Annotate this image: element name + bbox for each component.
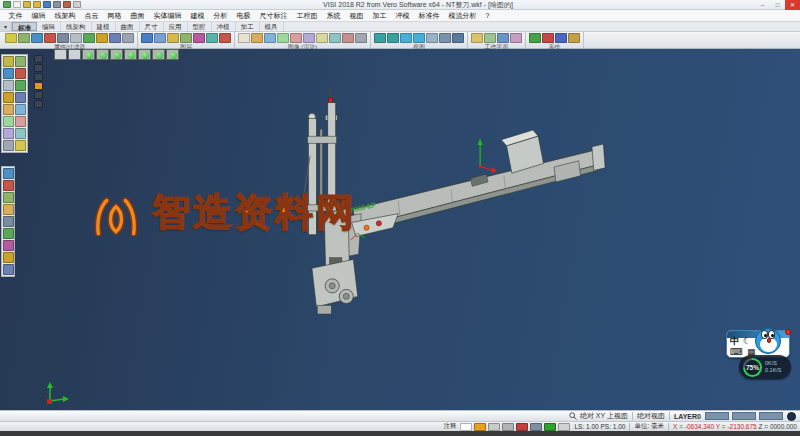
color-circle-icon[interactable] xyxy=(787,412,796,421)
quick-access-icon[interactable] xyxy=(23,1,31,8)
menu-item-17[interactable]: 模流分析 xyxy=(444,10,481,22)
toolbar-icon[interactable] xyxy=(471,33,483,43)
minimize-button[interactable]: – xyxy=(755,0,770,10)
status-icon[interactable] xyxy=(460,423,472,431)
toolbar-icon[interactable] xyxy=(167,33,179,43)
tab-7[interactable]: 型腔 xyxy=(188,22,212,31)
toolbar-icon[interactable] xyxy=(542,33,554,43)
menu-item-7[interactable]: 建模 xyxy=(186,10,209,22)
menu-item-18[interactable]: ? xyxy=(481,10,494,22)
menu-item-8[interactable]: 分析 xyxy=(209,10,232,22)
toolbar-icon[interactable] xyxy=(83,33,95,43)
toolbar-icon[interactable] xyxy=(44,33,56,43)
toolbar-icon[interactable] xyxy=(219,33,231,43)
color-swatch[interactable] xyxy=(705,412,729,420)
toolbar-icon[interactable] xyxy=(439,33,451,43)
color-swatch[interactable] xyxy=(732,412,756,420)
menu-item-6[interactable]: 实体编辑 xyxy=(149,10,186,22)
toolbar-icon[interactable] xyxy=(277,33,289,43)
toolbar-icon[interactable] xyxy=(96,33,108,43)
toolbar-icon[interactable] xyxy=(316,33,328,43)
toolbar-icon[interactable] xyxy=(355,33,367,43)
workplane-indicator[interactable]: 绝对 XY 上视图 xyxy=(580,411,628,421)
toolbar-icon[interactable] xyxy=(109,33,121,43)
tab-6[interactable]: 应用 xyxy=(164,22,188,31)
toolbar-icon[interactable] xyxy=(426,33,438,43)
tab-0[interactable]: 标准 xyxy=(12,22,37,31)
system-monitor-widget[interactable]: 75% 0K/S 0.1K/S xyxy=(739,355,791,379)
menu-item-3[interactable]: 点云 xyxy=(80,10,103,22)
quick-access-icon[interactable] xyxy=(3,1,11,8)
menu-item-10[interactable]: 尺寸标注 xyxy=(255,10,292,22)
quick-access-icon[interactable] xyxy=(13,1,21,8)
toolbar-icon[interactable] xyxy=(497,33,509,43)
toolbar-icon[interactable] xyxy=(180,33,192,43)
toolbar-icon[interactable] xyxy=(141,33,153,43)
tab-10[interactable]: 模具 xyxy=(260,22,284,31)
annotation-label[interactable]: 注释 xyxy=(443,422,456,431)
viewport-3d[interactable]: P008-EP xyxy=(0,49,800,410)
toolbar-icon[interactable] xyxy=(57,33,69,43)
tab-8[interactable]: 冲模 xyxy=(212,22,236,31)
menu-item-15[interactable]: 冲模 xyxy=(391,10,414,22)
quick-access-icon[interactable] xyxy=(73,1,81,8)
toolbar-icon[interactable] xyxy=(193,33,205,43)
quick-access-icon[interactable] xyxy=(53,1,61,8)
toolbar-icon[interactable] xyxy=(206,33,218,43)
menu-item-5[interactable]: 曲面 xyxy=(126,10,149,22)
menu-item-0[interactable]: 文件 xyxy=(4,10,27,22)
tab-4[interactable]: 曲面 xyxy=(116,22,140,31)
search-icon[interactable] xyxy=(569,412,577,420)
toolbar-icon[interactable] xyxy=(568,33,580,43)
menu-item-4[interactable]: 网格 xyxy=(103,10,126,22)
toolbar-icon[interactable] xyxy=(18,33,30,43)
tab-5[interactable]: 尺寸 xyxy=(140,22,164,31)
toolbar-icon[interactable] xyxy=(264,33,276,43)
maximize-button[interactable]: □ xyxy=(770,0,785,10)
toolbar-icon[interactable] xyxy=(251,33,263,43)
quick-access-icon[interactable] xyxy=(33,1,41,8)
tab-2[interactable]: 线架构 xyxy=(61,22,92,31)
ime-mode-button[interactable]: 中 xyxy=(730,336,739,347)
toolbar-icon[interactable] xyxy=(510,33,522,43)
status-icon[interactable] xyxy=(502,423,514,431)
toolbar-icon[interactable] xyxy=(342,33,354,43)
menu-item-14[interactable]: 加工 xyxy=(368,10,391,22)
close-button[interactable]: ✕ xyxy=(785,0,800,10)
toolbar-icon[interactable] xyxy=(122,33,134,43)
tab-1[interactable]: 编辑 xyxy=(37,22,61,31)
menu-item-2[interactable]: 线架构 xyxy=(50,10,80,22)
toolbar-icon[interactable] xyxy=(5,33,17,43)
doraemon-avatar[interactable] xyxy=(755,328,781,354)
toolbar-icon[interactable] xyxy=(400,33,412,43)
units-indicator[interactable]: 单位: 毫米 xyxy=(634,422,664,431)
toolbar-icon[interactable] xyxy=(329,33,341,43)
toolbar-icon[interactable] xyxy=(413,33,425,43)
keyboard-icon[interactable]: ⌨ xyxy=(730,347,743,358)
tab-3[interactable]: 建模 xyxy=(92,22,116,31)
tab-9[interactable]: 加工 xyxy=(236,22,260,31)
menu-item-1[interactable]: 编辑 xyxy=(27,10,50,22)
menu-item-9[interactable]: 电极 xyxy=(232,10,255,22)
toolbar-icon[interactable] xyxy=(290,33,302,43)
toolbar-icon[interactable] xyxy=(31,33,43,43)
menu-item-11[interactable]: 工程图 xyxy=(292,10,322,22)
layer-indicator[interactable]: LAYER0 xyxy=(674,413,701,420)
quick-access-icon[interactable] xyxy=(63,1,71,8)
color-swatch[interactable] xyxy=(759,412,783,420)
toolbar-icon[interactable] xyxy=(374,33,386,43)
moon-icon[interactable]: ☾ xyxy=(743,336,751,347)
toolbar-icon[interactable] xyxy=(154,33,166,43)
status-icon[interactable] xyxy=(544,423,556,431)
toolbar-icon[interactable] xyxy=(452,33,464,43)
view-indicator[interactable]: 绝对视图 xyxy=(637,411,665,421)
status-icon[interactable] xyxy=(474,423,486,431)
scale-indicator[interactable]: LS: 1.00 PS: 1.00 xyxy=(574,423,625,430)
toolbar-icon[interactable] xyxy=(303,33,315,43)
menu-item-12[interactable]: 系统 xyxy=(322,10,345,22)
menu-item-13[interactable]: 视图 xyxy=(345,10,368,22)
ime-toolbar[interactable]: 中 ☾ ⌨ ▦ xyxy=(726,330,790,358)
tab-overflow-button[interactable]: ▾ xyxy=(0,22,12,31)
menu-item-16[interactable]: 标准件 xyxy=(414,10,444,22)
toolbar-icon[interactable] xyxy=(529,33,541,43)
